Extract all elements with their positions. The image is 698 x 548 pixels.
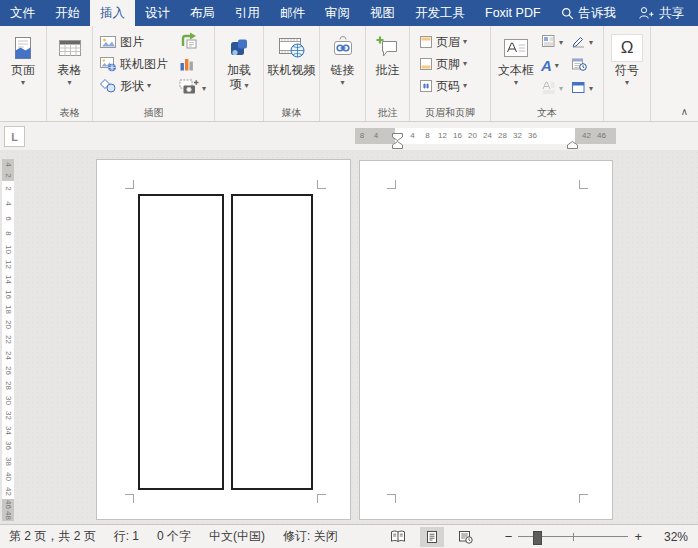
- tab-references[interactable]: 引用: [225, 0, 270, 26]
- footer-button[interactable]: 页脚 ▾: [418, 53, 490, 75]
- ruler-right-margin[interactable]: 4246: [575, 128, 616, 144]
- signature-line-button[interactable]: ▾: [571, 34, 601, 52]
- drop-cap-button[interactable]: ▾: [541, 80, 571, 98]
- print-layout-button[interactable]: [420, 527, 444, 547]
- picture-icon: [98, 34, 117, 50]
- group-addins: 加载项▾: [215, 26, 264, 121]
- margin-corner-mark: [317, 494, 326, 503]
- tab-view[interactable]: 视图: [360, 0, 405, 26]
- table-button[interactable]: 表格 ▾: [47, 26, 92, 87]
- table-button-label: 表格: [58, 63, 82, 77]
- ruler-number: 2: [3, 170, 14, 182]
- wordart-button[interactable]: A ▾: [541, 59, 571, 73]
- textbox-button-label: 文本框: [498, 63, 534, 77]
- quick-parts-button[interactable]: ▾: [541, 34, 571, 52]
- textbox-icon: [502, 34, 530, 62]
- ruler-left-margin[interactable]: 84: [355, 128, 395, 144]
- ruler-number: 16: [0, 289, 15, 301]
- dropdown-icon: ▾: [463, 60, 467, 68]
- group-media: 联机视频 媒体: [264, 26, 320, 121]
- line-indicator[interactable]: 行: 1: [105, 528, 148, 545]
- ruler-number: 42: [0, 485, 15, 497]
- shapes-button[interactable]: 形状 ▾: [98, 75, 168, 97]
- dropdown-icon: ▾: [514, 79, 518, 87]
- search-icon: [561, 7, 574, 20]
- web-layout-icon: [458, 530, 473, 544]
- header-button[interactable]: 页眉 ▾: [418, 31, 490, 53]
- page-1[interactable]: [96, 159, 351, 520]
- dropdown-icon: ▾: [21, 79, 25, 87]
- symbol-button-label: 符号: [615, 63, 639, 77]
- tab-file[interactable]: 文件: [0, 0, 45, 26]
- table-icon: [57, 34, 83, 62]
- group-media-label: 媒体: [264, 107, 319, 118]
- ruler-number: 22: [0, 334, 15, 346]
- tab-developer[interactable]: 开发工具: [405, 0, 475, 26]
- ruler-number: 20: [0, 319, 15, 331]
- comment-button[interactable]: 批注: [366, 26, 409, 77]
- collapse-ribbon-button[interactable]: ∧: [681, 107, 688, 117]
- dropdown-icon: ▾: [555, 62, 559, 70]
- web-layout-button[interactable]: [454, 527, 478, 547]
- ruler-number: 20: [465, 128, 480, 144]
- tab-developer-label: 开发工具: [415, 5, 465, 22]
- pages-button[interactable]: 页面 ▾: [0, 26, 46, 87]
- tab-insert-label: 插入: [100, 5, 125, 22]
- addins-icon: [227, 34, 251, 62]
- read-mode-button[interactable]: [386, 527, 410, 547]
- tab-review[interactable]: 审阅: [315, 0, 360, 26]
- zoom-slider[interactable]: [518, 530, 628, 544]
- vruler-text-area[interactable]: 24681012141618202224262830323436384042: [2, 181, 14, 499]
- tab-design[interactable]: 设计: [135, 0, 180, 26]
- zoom-out-button[interactable]: −: [499, 529, 519, 544]
- tab-stop-selector[interactable]: L: [4, 126, 25, 147]
- online-pictures-button[interactable]: 联机图片: [98, 53, 168, 75]
- tab-mailings[interactable]: 邮件: [270, 0, 315, 26]
- document-canvas[interactable]: 42 2468101214161820222426283032343638404…: [0, 150, 698, 524]
- date-time-button[interactable]: [571, 57, 601, 75]
- vruler-bottom-margin[interactable]: 4648: [2, 499, 14, 521]
- track-changes-indicator[interactable]: 修订: 关闭: [274, 528, 347, 545]
- ruler-text-area[interactable]: 4812162024283236: [395, 128, 575, 144]
- word-count[interactable]: 0 个字: [148, 528, 200, 545]
- rectangle-shape-2[interactable]: [231, 194, 313, 490]
- page-2[interactable]: [359, 160, 613, 520]
- tab-layout-label: 布局: [190, 5, 215, 22]
- language-indicator[interactable]: 中文(中国): [200, 528, 274, 545]
- date-time-icon: [571, 57, 587, 75]
- zoom-percentage[interactable]: 32%: [648, 530, 698, 544]
- tab-foxit-pdf[interactable]: Foxit PDF: [475, 0, 551, 26]
- share-button[interactable]: 共享: [628, 0, 694, 26]
- comment-button-label: 批注: [376, 63, 400, 77]
- page-number-button-label: 页码: [436, 78, 460, 95]
- screenshot-button[interactable]: ▾: [179, 77, 206, 100]
- smartart-button[interactable]: [179, 31, 198, 54]
- tab-home[interactable]: 开始: [45, 0, 90, 26]
- tab-insert[interactable]: 插入: [90, 0, 135, 26]
- horizontal-ruler[interactable]: L 84 4812162024283236 4246: [0, 122, 698, 150]
- pages-button-label: 页面: [11, 63, 35, 77]
- chart-button[interactable]: [179, 54, 195, 77]
- zoom-in-button[interactable]: +: [628, 529, 648, 544]
- tell-me-box[interactable]: 告诉我: [551, 0, 627, 26]
- zoom-slider-thumb[interactable]: [533, 531, 542, 545]
- links-button-label: 链接: [331, 63, 355, 77]
- tab-layout[interactable]: 布局: [180, 0, 225, 26]
- tab-home-label: 开始: [55, 5, 80, 22]
- group-header-footer-label: 页眉和页脚: [410, 107, 490, 118]
- page-indicator[interactable]: 第 2 页，共 2 页: [0, 528, 105, 545]
- page-number-button[interactable]: 页码 ▾: [418, 75, 490, 97]
- picture-button[interactable]: 图片: [98, 31, 168, 53]
- links-button[interactable]: 链接 ▾: [320, 26, 365, 87]
- symbol-button[interactable]: Ω 符号 ▾: [604, 26, 650, 87]
- addins-button[interactable]: 加载项▾: [215, 26, 263, 91]
- rectangle-shape-1[interactable]: [138, 194, 224, 490]
- vruler-top-margin[interactable]: 42: [2, 159, 14, 181]
- online-video-button[interactable]: 联机视频: [264, 26, 319, 77]
- online-pictures-button-label: 联机图片: [120, 56, 168, 73]
- object-button[interactable]: ▾: [571, 80, 601, 98]
- online-video-icon: [277, 34, 307, 62]
- ruler-number: 14: [0, 273, 15, 285]
- dropdown-icon: ▾: [559, 85, 563, 93]
- ribbon-end-spacer: ∧: [651, 26, 698, 121]
